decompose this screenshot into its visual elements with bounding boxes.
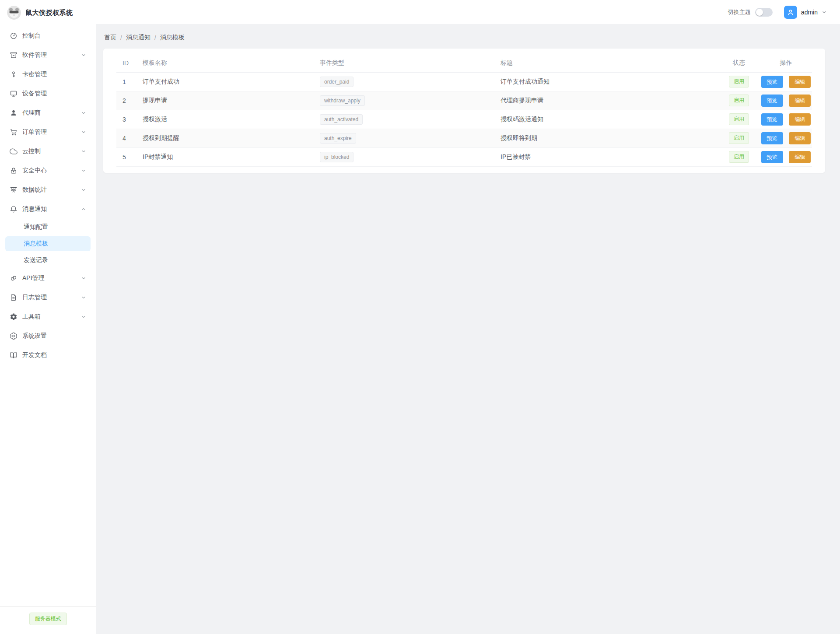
edit-button[interactable]: 编辑 — [789, 76, 811, 88]
preview-button[interactable]: 预览 — [761, 151, 783, 163]
page-content: 首页 / 消息通知 / 消息模板 ID 模板名称 事件类型 — [96, 24, 840, 180]
sidebar-subitem-notify-config[interactable]: 通知配置 — [5, 220, 91, 235]
sidebar: 鼠大侠授权系统 控制台 软件管理 卡密管理 — [0, 0, 96, 634]
book-icon — [10, 351, 18, 359]
sidebar-item-stats[interactable]: 数据统计 — [5, 181, 91, 199]
column-header-status: 状态 — [718, 54, 760, 72]
table-row: 5 IP封禁通知 ip_blocked IP已被封禁 启用 预览 编辑 — [116, 147, 812, 166]
sidebar-item-agents[interactable]: 代理商 — [5, 104, 91, 122]
sidebar-item-label: 控制台 — [22, 32, 41, 40]
cell-template-name: 授权到期提醒 — [143, 129, 320, 147]
cloud-icon — [10, 147, 18, 155]
edit-button[interactable]: 编辑 — [789, 95, 811, 107]
chart-board-icon — [10, 186, 18, 194]
breadcrumb-current: 消息模板 — [160, 34, 185, 42]
cell-template-name: 授权激活 — [143, 110, 320, 129]
breadcrumb-notifications[interactable]: 消息通知 — [126, 34, 150, 42]
cell-title: IP已被封禁 — [500, 147, 718, 166]
user-icon — [10, 109, 18, 117]
chevron-down-icon — [81, 187, 86, 193]
sidebar-item-label: 数据统计 — [22, 186, 47, 194]
sidebar-item-orders[interactable]: 订单管理 — [5, 123, 91, 141]
sidebar-item-cloud[interactable]: 云控制 — [5, 143, 91, 160]
cell-title: 授权即将到期 — [500, 129, 718, 147]
chevron-down-icon — [81, 110, 86, 116]
breadcrumb: 首页 / 消息通知 / 消息模板 — [104, 34, 825, 42]
sidebar-footer: 服务器模式 — [0, 606, 96, 634]
preview-button[interactable]: 预览 — [761, 113, 783, 126]
table-row: 4 授权到期提醒 auth_expire 授权即将到期 启用 预览 编辑 — [116, 129, 812, 147]
document-icon — [10, 294, 18, 301]
toggle-knob — [756, 9, 763, 16]
cell-id: 1 — [116, 72, 143, 91]
sidebar-subitem-label: 发送记录 — [24, 256, 48, 264]
column-header-title: 标题 — [500, 54, 718, 72]
sidebar-item-cardkeys[interactable]: 卡密管理 — [5, 66, 91, 83]
templates-card: ID 模板名称 事件类型 标题 状态 操作 1 订单支付成功 order_pai — [103, 49, 825, 173]
sidebar-item-toolbox[interactable]: 工具箱 — [5, 308, 91, 326]
sidebar-item-label: 云控制 — [22, 147, 41, 155]
chevron-down-icon — [81, 276, 86, 281]
sidebar-item-settings[interactable]: 系统设置 — [5, 327, 91, 345]
cell-title: 代理商提现申请 — [500, 91, 718, 110]
user-menu[interactable]: admin — [784, 6, 827, 19]
sidebar-subitem-label: 通知配置 — [24, 223, 48, 231]
edit-button[interactable]: 编辑 — [789, 151, 811, 163]
preview-button[interactable]: 预览 — [761, 95, 783, 107]
chevron-down-icon — [81, 168, 86, 173]
topbar: 切换主题 admin — [96, 0, 840, 24]
breadcrumb-home[interactable]: 首页 — [104, 34, 116, 42]
chevron-down-icon — [81, 314, 86, 319]
chevron-down-icon — [81, 53, 86, 58]
event-type-tag: auth_activated — [320, 114, 363, 125]
preview-button[interactable]: 预览 — [761, 76, 783, 88]
link-icon — [10, 274, 18, 282]
column-header-id: ID — [116, 54, 143, 72]
sidebar-item-api[interactable]: API管理 — [5, 270, 91, 287]
sidebar-item-software[interactable]: 软件管理 — [5, 46, 91, 64]
sidebar-item-logs[interactable]: 日志管理 — [5, 289, 91, 306]
chevron-down-icon — [822, 10, 827, 15]
breadcrumb-separator: / — [154, 34, 156, 41]
lock-icon — [10, 167, 18, 175]
edit-button[interactable]: 编辑 — [789, 113, 811, 126]
user-avatar — [784, 6, 797, 19]
key-icon — [10, 70, 18, 78]
sidebar-item-docs[interactable]: 开发文档 — [5, 347, 91, 364]
sidebar-item-label: 代理商 — [22, 109, 41, 117]
cell-template-name: IP封禁通知 — [143, 147, 320, 166]
sidebar-menu: 控制台 软件管理 卡密管理 设备管理 — [0, 25, 96, 606]
dashboard-icon — [10, 32, 18, 40]
app-logo[interactable]: 鼠大侠授权系统 — [0, 0, 96, 25]
status-badge: 启用 — [729, 151, 749, 163]
preview-button[interactable]: 预览 — [761, 132, 783, 144]
templates-table: ID 模板名称 事件类型 标题 状态 操作 1 订单支付成功 order_pai — [116, 54, 812, 167]
chevron-up-icon — [81, 207, 86, 212]
sidebar-item-notifications[interactable]: 消息通知 — [5, 200, 91, 218]
sidebar-item-label: 日志管理 — [22, 294, 47, 301]
chevron-down-icon — [81, 149, 86, 154]
sidebar-item-devices[interactable]: 设备管理 — [5, 85, 91, 102]
event-type-tag: order_paid — [320, 77, 354, 87]
sidebar-item-label: 卡密管理 — [22, 70, 47, 78]
sidebar-subitem-send-records[interactable]: 发送记录 — [5, 253, 91, 268]
gear-solid-icon — [10, 313, 18, 321]
status-badge: 启用 — [729, 76, 749, 88]
edit-button[interactable]: 编辑 — [789, 132, 811, 144]
sidebar-item-security[interactable]: 安全中心 — [5, 162, 91, 179]
event-type-tag: ip_blocked — [320, 152, 354, 162]
chevron-down-icon — [81, 295, 86, 300]
status-badge: 启用 — [729, 132, 749, 144]
table-row: 3 授权激活 auth_activated 授权码激活通知 启用 预览 编辑 — [116, 110, 812, 129]
sidebar-item-label: 软件管理 — [22, 51, 47, 59]
theme-toggle[interactable] — [755, 8, 773, 17]
cell-title: 授权码激活通知 — [500, 110, 718, 129]
table-row: 2 提现申请 withdraw_apply 代理商提现申请 启用 预览 编辑 — [116, 91, 812, 110]
sidebar-subitem-message-templates[interactable]: 消息模板 — [5, 236, 91, 251]
monitor-icon — [10, 90, 18, 98]
app-title: 鼠大侠授权系统 — [25, 9, 73, 17]
sidebar-item-dashboard[interactable]: 控制台 — [5, 27, 91, 45]
sidebar-item-label: 系统设置 — [22, 332, 47, 340]
sidebar-item-label: API管理 — [22, 274, 45, 282]
bell-icon — [10, 205, 18, 213]
